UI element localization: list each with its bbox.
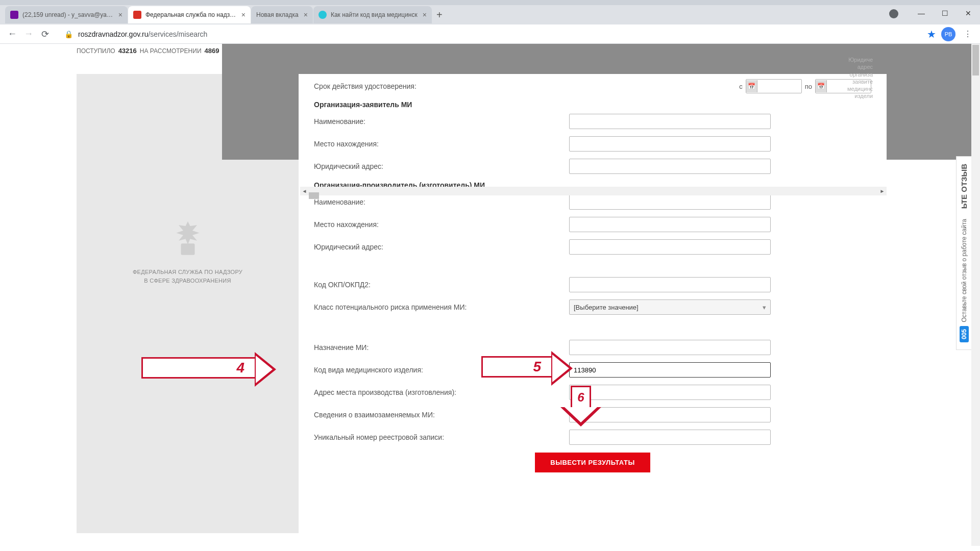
close-icon[interactable]: × — [241, 11, 246, 19]
feedback-tab[interactable]: ЬТЕ ОТЗЫВ Оставьте свой отзыв о работе с… — [956, 156, 971, 350]
applicant-location-input[interactable] — [569, 136, 771, 152]
purpose-input[interactable] — [569, 340, 771, 355]
url-host: roszdravnadzor.gov.ru — [78, 30, 148, 38]
risk-class-select[interactable]: [Выберите значение]▾ — [569, 299, 771, 315]
section-applicant: Организация-заявитель МИ — [314, 101, 569, 109]
chevron-right-icon: › — [672, 60, 683, 71]
applicant-legal-addr-input[interactable] — [569, 159, 771, 174]
banner-tabs: ВРАЧ› ПАЦИЕНТ› ЗАЯВИТЕЛЬ› — [299, 58, 887, 74]
scroll-left-icon[interactable]: ◄ — [300, 187, 309, 195]
emblem-icon — [165, 217, 211, 263]
banner-tab-patient[interactable]: ПАЦИЕНТ› — [495, 58, 691, 74]
prod-addr-input[interactable] — [569, 385, 771, 400]
label-applicant-location: Место нахождения: — [314, 140, 569, 148]
feedback-cut-text: ЬТЕ ОТЗЫВ — [960, 164, 968, 209]
close-icon[interactable]: × — [118, 11, 122, 19]
mfr-location-input[interactable] — [569, 217, 771, 232]
calendar-icon: 📅 — [746, 80, 757, 92]
label-code-type: Код вида медицинского изделия: — [314, 366, 569, 374]
label-mfr-legal-addr: Юридический адрес: — [314, 243, 569, 251]
reload-button[interactable]: ⟳ — [37, 26, 53, 42]
menu-button[interactable]: ⋮ — [960, 29, 976, 39]
label-applicant-name: Наименование: — [314, 117, 569, 126]
minimize-button[interactable]: — — [910, 5, 933, 21]
tab-title: Новая вкладка — [256, 11, 299, 18]
registry-id-input[interactable] — [569, 430, 771, 445]
label-purpose: Назначение МИ: — [314, 343, 569, 352]
chevron-right-icon: › — [475, 60, 486, 71]
code-type-input[interactable] — [569, 362, 771, 378]
label-cert-validity: Срок действия удостоверения: — [314, 82, 569, 90]
label-mfr-name: Наименование: — [314, 198, 569, 206]
label-applicant-legal-addr: Юридический адрес: — [314, 162, 569, 170]
lock-icon: 🔒 — [64, 30, 73, 38]
sidebar: ФЕДЕРАЛЬНАЯ СЛУЖБА ПО НАДЗОРУ В СФЕРЕ ЗД… — [77, 74, 299, 533]
scroll-right-icon[interactable]: ► — [878, 187, 887, 195]
vertical-scrollbar[interactable] — [971, 44, 980, 546]
label-date-from: с — [739, 83, 743, 90]
chevron-down-icon: ▾ — [763, 304, 766, 311]
submit-button[interactable]: ВЫВЕСТИ РЕЗУЛЬТАТЫ — [535, 453, 650, 472]
okp-input[interactable] — [569, 277, 771, 292]
calendar-icon: 📅 — [816, 80, 827, 92]
forward-button[interactable]: → — [20, 26, 37, 42]
close-window-button[interactable]: ✕ — [957, 5, 980, 21]
label-interchangeable: Сведения о взаимозаменяемых МИ: — [314, 411, 569, 419]
tab-title: Как найти код вида медицинск — [331, 11, 418, 18]
mfr-name-input[interactable] — [569, 194, 771, 210]
date-from-input[interactable]: 📅 — [746, 79, 802, 93]
profile-button[interactable]: РВ — [941, 27, 955, 41]
label-mfr-location: Место нахождения: — [314, 220, 569, 229]
label-okp: Код ОКП/ОКПД2: — [314, 281, 569, 289]
label-prod-addr: Адрес места производства (изготовления): — [314, 388, 569, 396]
tab-newtab[interactable]: Новая вкладка × — [251, 6, 313, 23]
label-registry-id: Уникальный номер реестровой записи: — [314, 433, 569, 441]
applicant-name-input[interactable] — [569, 114, 771, 129]
label-date-to: по — [805, 83, 812, 90]
label-risk-class: Класс потенциального риска применения МИ… — [314, 303, 569, 311]
maximize-button[interactable]: ☐ — [933, 5, 957, 21]
banner-tab-doctor[interactable]: ВРАЧ› — [299, 58, 495, 74]
tab-roszdravnadzor[interactable]: Федеральная служба по надзор × — [128, 6, 251, 23]
close-icon[interactable]: × — [423, 11, 427, 19]
tab-mail[interactable]: (22,159 unread) - y_savva@yaho × — [5, 6, 128, 23]
org-name-line2: В СФЕРЕ ЗДРАВООХРАНЕНИЯ — [77, 277, 299, 285]
feedback-text: Оставьте свой отзыв о работе сайта — [961, 219, 968, 322]
site-icon — [318, 11, 327, 19]
horizontal-scrollbar[interactable]: ◄ ► — [300, 187, 887, 195]
clipped-text: Юридиче адрес организа заявите медицинс … — [847, 56, 873, 100]
mfr-legal-addr-input[interactable] — [569, 239, 771, 255]
interchangeable-input[interactable] — [569, 407, 771, 422]
close-icon[interactable]: × — [304, 11, 308, 19]
tab-howto[interactable]: Как найти код вида медицинск × — [313, 6, 432, 23]
profile-indicator-icon[interactable] — [889, 9, 898, 18]
bookmark-icon[interactable]: ★ — [927, 28, 936, 40]
tab-title: (22,159 unread) - y_savva@yaho — [22, 11, 113, 18]
mail-icon — [10, 11, 18, 19]
address-bar[interactable]: 🔒 roszdravnadzor.gov.ru/services/misearc… — [58, 28, 922, 40]
site-icon — [133, 11, 141, 19]
tab-title: Федеральная служба по надзор — [145, 11, 236, 18]
feedback-badge: 005 — [960, 326, 969, 342]
new-tab-button[interactable]: + — [436, 9, 443, 21]
url-path: /services/misearch — [148, 30, 207, 38]
org-name-line1: ФЕДЕРАЛЬНАЯ СЛУЖБА ПО НАДЗОРУ — [77, 268, 299, 277]
back-button[interactable]: ← — [4, 26, 20, 42]
stats-bar: ПОСТУПИЛО 43216 НА РАССМОТРЕНИИ 4869 РЕШ… — [66, 44, 980, 58]
svg-rect-0 — [181, 243, 194, 255]
